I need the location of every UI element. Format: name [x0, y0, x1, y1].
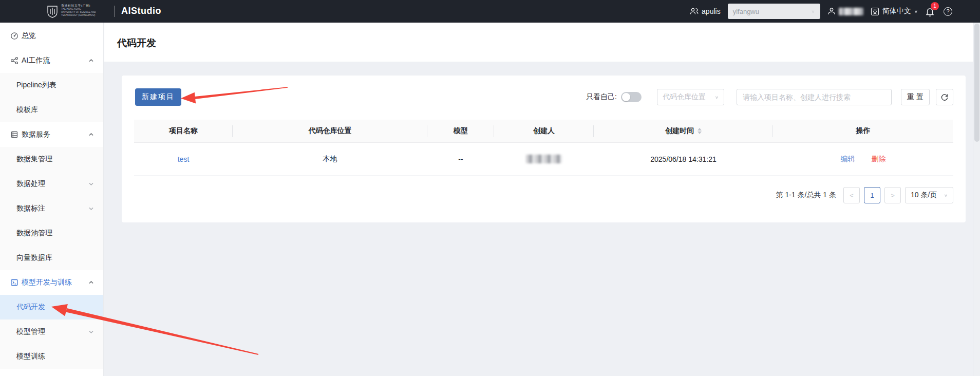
page-scrollbar[interactable] — [973, 23, 980, 376]
user-icon — [827, 7, 836, 15]
col-created-time[interactable]: 创建时间 — [594, 120, 773, 142]
chevron-down-icon: ∨ — [715, 95, 719, 100]
sidebar-item-data-processing[interactable]: 数据处理 — [0, 172, 103, 196]
language-label: 简体中文 — [882, 7, 911, 16]
language-icon — [871, 7, 879, 16]
pagination: 第 1-1 条/总共 1 条 < 1 > 10 条/页 ∨ — [776, 187, 953, 203]
delete-button[interactable]: 删除 — [872, 155, 886, 164]
sidebar-item-model-dev-training[interactable]: 模型开发与训练 — [0, 270, 103, 295]
chevron-down-icon: ∨ — [914, 9, 918, 14]
help-button[interactable]: ? — [944, 7, 952, 16]
language-switcher[interactable]: 简体中文 ∨ — [871, 7, 918, 16]
repo-location-placeholder: 代码仓库位置 — [663, 92, 706, 102]
workspace-select[interactable]: yifangwu ∨ — [728, 4, 820, 19]
chevron-up-icon — [88, 280, 94, 286]
filter-toolbar: 只看自己: 代码仓库位置 ∨ 重 置 — [586, 88, 953, 106]
col-actions: 操作 — [773, 120, 953, 142]
dashboard-icon — [10, 32, 18, 40]
col-creator: 创建人 — [494, 120, 594, 142]
page-header-band: 代码开发 — [104, 23, 980, 62]
sidebar-item-data-annotation[interactable]: 数据标注 — [0, 196, 103, 221]
terminal-icon — [10, 278, 18, 287]
scrollbar-thumb[interactable] — [974, 24, 979, 142]
sidebar-item-model-training[interactable]: 模型训练 — [0, 344, 103, 369]
chevron-down-icon: ∨ — [811, 9, 815, 14]
refresh-icon — [940, 93, 949, 101]
chevron-up-icon — [88, 132, 94, 138]
page-size-select[interactable]: 10 条/页 ∨ — [905, 187, 953, 203]
projects-table: 项目名称 代码仓库位置 模型 创建人 创建时间 操作 test 本地 -- 20… — [134, 120, 953, 176]
notification-badge: 1 — [931, 2, 939, 10]
sidebar-item-model-management[interactable]: 模型管理 — [0, 319, 103, 344]
repo-location-cell: 本地 — [233, 143, 427, 175]
chevron-down-icon: ∨ — [944, 193, 948, 198]
sidebar-item-data-service[interactable]: 数据服务 — [0, 122, 103, 147]
workspace-value: yifangwu — [733, 8, 759, 15]
actions-cell: 编辑 删除 — [773, 143, 953, 175]
sidebar-item-ai-workflow[interactable]: AI工作流 — [0, 48, 103, 73]
table-header-row: 项目名称 代码仓库位置 模型 创建人 创建时间 操作 — [134, 120, 953, 143]
sidebar-item-vector-database[interactable]: 向量数据库 — [0, 246, 103, 270]
university-logo-icon — [47, 5, 58, 18]
sidebar-item-data-pool-management[interactable]: 数据池管理 — [0, 221, 103, 246]
header-divider — [115, 6, 115, 17]
team-icon — [690, 7, 699, 15]
sort-icon[interactable] — [698, 128, 702, 134]
content-card: 新建项目 只看自己: 代码仓库位置 ∨ 重 置 项目名称 代码仓库位置 模型 创… — [122, 76, 966, 222]
col-repo-location: 代码仓库位置 — [233, 120, 427, 142]
only-mine-toggle[interactable] — [621, 92, 642, 102]
university-logo-text: 香港科技大学(广州) THE HONG KONG UNIVERSITY OF S… — [61, 4, 108, 17]
chevron-down-icon — [88, 329, 94, 335]
pagination-total: 第 1-1 条/总共 1 条 — [776, 191, 836, 200]
col-project-name: 项目名称 — [134, 120, 233, 142]
search-input[interactable] — [737, 89, 892, 105]
prev-page-button[interactable]: < — [843, 187, 860, 203]
new-project-button[interactable]: 新建项目 — [135, 88, 181, 106]
creator-cell — [494, 143, 594, 175]
database-icon — [10, 130, 18, 139]
repo-location-select[interactable]: 代码仓库位置 ∨ — [657, 89, 724, 105]
created-time-cell: 2025/06/18 14:31:21 — [594, 143, 773, 175]
workflow-icon — [10, 57, 18, 65]
user-menu[interactable] — [827, 7, 863, 15]
page-number-button[interactable]: 1 — [864, 187, 880, 203]
chevron-down-icon — [88, 206, 94, 212]
top-header: 香港科技大学(广州) THE HONG KONG UNIVERSITY OF S… — [0, 0, 980, 23]
next-page-button[interactable]: > — [884, 187, 901, 203]
project-name-link[interactable]: test — [178, 155, 190, 163]
chevron-down-icon — [88, 181, 94, 187]
notifications-button[interactable]: 1 — [925, 5, 936, 17]
creator-redacted — [526, 155, 562, 163]
only-mine-label: 只看自己: — [586, 92, 617, 102]
col-model: 模型 — [427, 120, 494, 142]
sidebar-item-code-development[interactable]: 代码开发 — [0, 295, 103, 319]
page-title: 代码开发 — [117, 36, 156, 50]
sidebar-item-template-library[interactable]: 模板库 — [0, 98, 103, 122]
refresh-button[interactable] — [936, 89, 953, 105]
page-size-value: 10 条/页 — [911, 191, 937, 200]
username-redacted — [839, 8, 863, 15]
org-name: apulis — [702, 7, 721, 15]
sidebar-item-pipeline-list[interactable]: Pipeline列表 — [0, 73, 103, 98]
sidebar: 总览 AI工作流 Pipeline列表 模板库 数据服务 — [0, 23, 104, 376]
sidebar-item-overview[interactable]: 总览 — [0, 24, 103, 48]
reset-button[interactable]: 重 置 — [901, 89, 930, 105]
toggle-knob — [622, 93, 630, 101]
chevron-up-icon — [88, 58, 94, 64]
model-cell: -- — [427, 143, 494, 175]
edit-button[interactable]: 编辑 — [841, 155, 855, 164]
app-title: AIStudio — [121, 6, 161, 16]
table-row: test 本地 -- 2025/06/18 14:31:21 编辑 删除 — [134, 143, 953, 176]
org-switcher[interactable]: apulis — [690, 7, 721, 15]
sidebar-item-dataset-management[interactable]: 数据集管理 — [0, 147, 103, 172]
